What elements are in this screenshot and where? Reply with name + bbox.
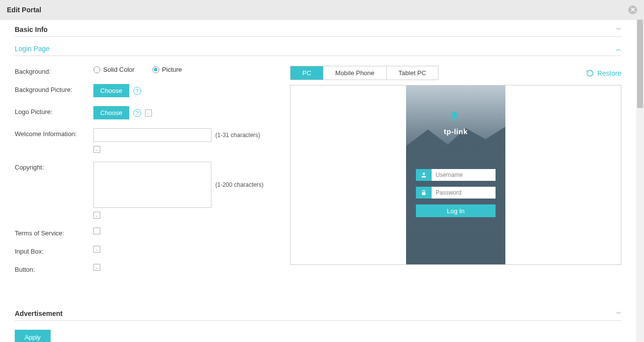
label-welcome: Welcome Information:	[15, 128, 93, 138]
section-advertisement-wrap: Advertisement ︾	[15, 307, 621, 321]
section-title-login: Login Page	[15, 45, 50, 53]
label-logo-picture: Logo Picture:	[15, 106, 93, 115]
edit-portal-modal: Edit Portal Basic Info ︾ Login Page ︽ Ba…	[0, 0, 644, 342]
section-login-page[interactable]: Login Page ︽	[15, 42, 621, 56]
label-button: Button:	[15, 264, 93, 273]
preview-login-form: Username Password Log In	[416, 169, 496, 217]
modal-footer: Apply	[15, 330, 621, 342]
radio-dot-selected-icon	[152, 66, 159, 73]
expand-icon[interactable]: ⌄	[93, 146, 100, 153]
welcome-input[interactable]	[93, 128, 211, 142]
logo-text: tp-link	[444, 127, 468, 136]
row-background: Background: Solid Color Picture	[15, 66, 270, 75]
scrollbar[interactable]	[636, 20, 644, 342]
radio-label: Picture	[162, 66, 182, 73]
modal-body: Basic Info ︾ Login Page ︽ Background: So…	[0, 20, 644, 342]
preview-username-input[interactable]: Username	[416, 169, 496, 181]
choose-bg-button[interactable]: Choose	[93, 84, 129, 97]
close-icon[interactable]	[628, 5, 637, 14]
device-tabs: PC Mobile Phone Tablet PC	[290, 66, 439, 80]
tplink-logo-icon	[449, 110, 462, 123]
radio-solid-color[interactable]: Solid Color	[93, 66, 135, 73]
tab-tablet[interactable]: Tablet PC	[387, 66, 438, 80]
preview-login-button[interactable]: Log In	[416, 204, 496, 217]
modal-title: Edit Portal	[7, 6, 41, 14]
apply-button[interactable]: Apply	[15, 330, 51, 342]
row-input-box: Input Box: ⌄	[15, 246, 270, 255]
expand-icon[interactable]: ⌄	[93, 264, 100, 271]
user-icon	[416, 169, 432, 181]
preview-password-input[interactable]: Password	[416, 187, 496, 199]
preview-toolbar: PC Mobile Phone Tablet PC Restore	[290, 66, 621, 80]
chevron-down-icon: ︾	[616, 26, 621, 33]
row-button: Button: ⌄	[15, 264, 270, 273]
preview-frame: tp-link Username	[290, 85, 621, 265]
restore-label: Restore	[597, 69, 621, 77]
row-background-picture: Background Picture: Choose ?	[15, 84, 270, 97]
label-input-box: Input Box:	[15, 246, 93, 255]
restore-button[interactable]: Restore	[585, 69, 621, 78]
row-logo-picture: Logo Picture: Choose ? ⌄	[15, 106, 270, 119]
svg-point-0	[423, 172, 425, 175]
chevron-down-icon: ︾	[616, 310, 621, 317]
section-advertisement[interactable]: Advertisement ︾	[15, 307, 621, 321]
copyright-input[interactable]	[93, 162, 211, 208]
section-title-basic: Basic Info	[15, 26, 48, 33]
username-placeholder: Username	[432, 171, 463, 178]
preview-phone: tp-link Username	[406, 86, 505, 264]
modal-header: Edit Portal	[0, 0, 644, 20]
label-copyright: Copyright:	[15, 162, 93, 171]
scrollbar-thumb[interactable]	[637, 20, 643, 108]
expand-icon[interactable]: ⌄	[93, 246, 100, 253]
login-page-body: Background: Solid Color Picture	[15, 66, 621, 282]
lock-icon	[416, 187, 432, 199]
password-placeholder: Password	[432, 189, 462, 196]
row-welcome: Welcome Information: (1-31 characters) ⌄	[15, 128, 270, 153]
radio-dot-icon	[93, 66, 100, 73]
section-basic-info[interactable]: Basic Info ︾	[15, 23, 621, 37]
content-scroll: Basic Info ︾ Login Page ︽ Background: So…	[0, 20, 636, 342]
label-tos: Terms of Service:	[15, 228, 93, 237]
label-bg-picture: Background Picture:	[15, 84, 93, 93]
help-icon[interactable]: ?	[133, 87, 141, 95]
tab-mobile[interactable]: Mobile Phone	[323, 66, 387, 80]
tab-pc[interactable]: PC	[291, 66, 323, 80]
tos-checkbox[interactable]	[93, 228, 100, 234]
choose-logo-button[interactable]: Choose	[93, 106, 129, 119]
expand-icon[interactable]: ⌄	[93, 212, 100, 219]
row-tos: Terms of Service:	[15, 228, 270, 237]
svg-rect-1	[422, 192, 426, 195]
label-background: Background:	[15, 66, 93, 75]
preview-column: PC Mobile Phone Tablet PC Restore	[290, 66, 621, 282]
help-icon[interactable]: ?	[133, 109, 141, 117]
welcome-hint: (1-31 characters)	[215, 132, 260, 139]
refresh-icon	[585, 69, 594, 78]
preview-logo: tp-link	[444, 110, 468, 136]
radio-label: Solid Color	[103, 66, 135, 73]
row-copyright: Copyright: (1-200 characters) ⌄	[15, 162, 270, 219]
expand-icon[interactable]: ⌄	[145, 110, 152, 116]
radio-picture[interactable]: Picture	[152, 66, 182, 73]
chevron-up-icon: ︽	[616, 45, 621, 53]
copyright-hint: (1-200 characters)	[215, 181, 263, 188]
section-title-adv: Advertisement	[15, 310, 62, 317]
form-column: Background: Solid Color Picture	[15, 66, 270, 282]
